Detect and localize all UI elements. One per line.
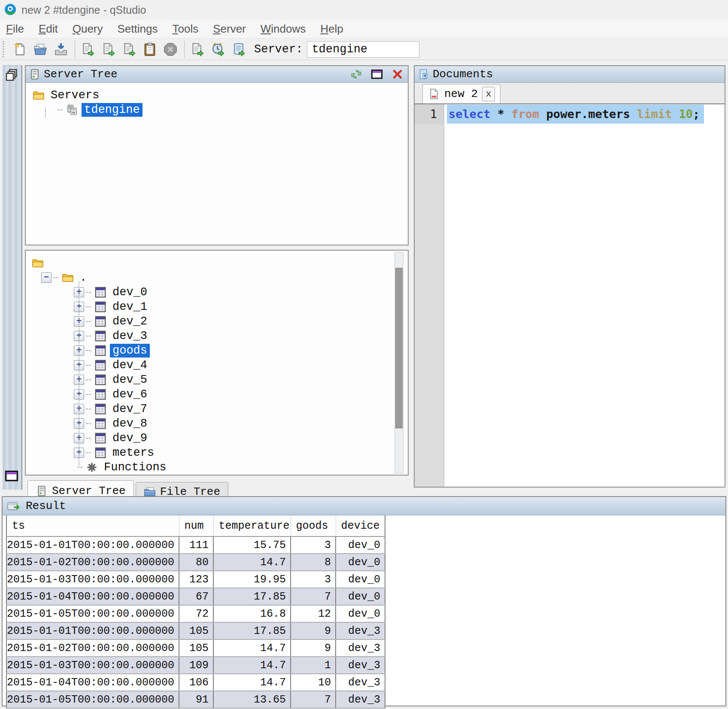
- tree-expander[interactable]: +: [74, 389, 84, 400]
- table-row[interactable]: 2015-01-02T00:00:00.00000010514.79dev_3: [6, 639, 385, 657]
- tree-node-dev-4[interactable]: +dev_4: [26, 358, 408, 373]
- table-row[interactable]: 2015-01-05T00:00:00.0000007216.812dev_0: [6, 605, 385, 622]
- cell-temperature[interactable]: 17.85: [213, 588, 291, 605]
- tree-node-functions[interactable]: Functions: [26, 460, 408, 475]
- cell-num[interactable]: 105: [179, 639, 213, 657]
- menu-item-server[interactable]: Server: [213, 22, 246, 36]
- column-header-num[interactable]: num: [179, 515, 213, 536]
- cell-num[interactable]: 111: [179, 536, 213, 554]
- cell-device[interactable]: dev_0: [336, 605, 385, 622]
- tree-expander[interactable]: +: [74, 287, 84, 297]
- tree-expander[interactable]: +: [74, 375, 84, 385]
- maximize-icon[interactable]: [371, 69, 383, 80]
- scrollbar[interactable]: [394, 252, 403, 473]
- table-row[interactable]: 2015-01-03T00:00:00.00000012319.953dev_0: [6, 571, 385, 588]
- tree-label[interactable]: goods: [110, 344, 150, 358]
- restore-window-icon[interactable]: [5, 469, 18, 483]
- tree-expander[interactable]: +: [74, 433, 84, 443]
- cell-temperature[interactable]: 17.85: [213, 622, 291, 639]
- table-row[interactable]: 2015-01-04T00:00:00.0000006717.857dev_0: [6, 588, 385, 605]
- cell-num[interactable]: 123: [179, 571, 213, 588]
- cell-temperature[interactable]: 14.7: [213, 639, 291, 657]
- cell-goods[interactable]: 1: [291, 657, 336, 674]
- cell-ts[interactable]: 2015-01-02T00:00:00.000000: [6, 639, 179, 657]
- table-row[interactable]: 2015-01-01T00:00:00.00000010517.859dev_3: [6, 622, 385, 639]
- cell-ts[interactable]: 2015-01-01T00:00:00.000000: [6, 536, 179, 554]
- table-row[interactable]: 2015-01-02T00:00:00.0000008014.78dev_0: [6, 554, 385, 571]
- cell-device[interactable]: dev_0: [336, 554, 385, 571]
- table-row[interactable]: 2015-01-05T00:00:00.0000009113.657dev_3: [6, 691, 385, 708]
- new-file-icon[interactable]: [12, 42, 27, 57]
- cell-temperature[interactable]: 15.75: [213, 536, 291, 554]
- tree-node-dev-0[interactable]: +dev_0: [26, 285, 408, 300]
- column-header-goods[interactable]: goods: [291, 515, 336, 536]
- clipboard-icon[interactable]: [142, 42, 158, 57]
- tree-expander[interactable]: +: [74, 418, 84, 429]
- cell-temperature[interactable]: 13.65: [213, 691, 291, 708]
- cell-device[interactable]: dev_3: [336, 622, 385, 639]
- cell-ts[interactable]: 2015-01-02T00:00:00.000000: [6, 554, 179, 571]
- cell-device[interactable]: dev_3: [336, 674, 385, 691]
- cell-ts[interactable]: 2015-01-05T00:00:00.000000: [6, 691, 179, 708]
- sql-editor[interactable]: 1 select * from power.meters limit 10;: [415, 103, 725, 487]
- cell-goods[interactable]: 12: [291, 605, 336, 622]
- tree-node-servers[interactable]: Servers: [26, 88, 408, 103]
- run-line-icon[interactable]: [101, 42, 116, 57]
- column-header-ts[interactable]: ts: [6, 515, 179, 536]
- cell-goods[interactable]: 3: [291, 571, 336, 588]
- cell-num[interactable]: 109: [179, 657, 213, 674]
- open-file-icon[interactable]: [33, 42, 48, 57]
- tree-expander[interactable]: +: [74, 345, 84, 356]
- cell-goods[interactable]: 7: [291, 691, 336, 708]
- send-script-icon[interactable]: [231, 42, 246, 57]
- tree-node-dev-6[interactable]: +dev_6: [26, 387, 408, 402]
- cell-goods[interactable]: 8: [291, 554, 336, 571]
- tree-expander[interactable]: −: [41, 273, 52, 283]
- cell-ts[interactable]: 2015-01-04T00:00:00.000000: [6, 674, 179, 691]
- save-icon[interactable]: [53, 42, 69, 57]
- cell-temperature[interactable]: 14.7: [213, 674, 291, 691]
- menu-item-windows[interactable]: Windows: [261, 22, 306, 36]
- toolbar-grip[interactable]: [3, 41, 6, 58]
- menu-item-tools[interactable]: Tools: [172, 22, 198, 36]
- cell-device[interactable]: dev_0: [336, 571, 385, 588]
- run-script-icon[interactable]: [190, 42, 205, 57]
- tree-node-dev-9[interactable]: +dev_9: [26, 431, 408, 445]
- cell-temperature[interactable]: 14.7: [213, 657, 291, 674]
- tree-node-dev-1[interactable]: +dev_1: [26, 300, 408, 314]
- code-area[interactable]: select * from power.meters limit 10;: [444, 104, 725, 487]
- cell-goods[interactable]: 9: [291, 639, 336, 657]
- cell-num[interactable]: 105: [179, 622, 213, 639]
- tree-expander[interactable]: +: [74, 331, 84, 341]
- tree-node-meters[interactable]: +meters: [26, 445, 408, 460]
- table-row[interactable]: 2015-01-03T00:00:00.00000010914.71dev_3: [6, 657, 385, 674]
- cell-goods[interactable]: 10: [291, 674, 336, 691]
- cell-num[interactable]: 106: [179, 674, 213, 691]
- cell-device[interactable]: dev_3: [336, 691, 385, 708]
- cell-num[interactable]: 80: [179, 554, 213, 571]
- tree-node-dev-5[interactable]: +dev_5: [26, 373, 408, 387]
- cell-device[interactable]: dev_0: [336, 588, 385, 605]
- schedule-icon[interactable]: [210, 42, 226, 57]
- tree-node-root[interactable]: [26, 256, 408, 270]
- tree-expander[interactable]: +: [74, 360, 84, 370]
- cell-goods[interactable]: 3: [291, 536, 336, 554]
- cascade-windows-icon[interactable]: [5, 68, 18, 82]
- tree-node-dev-7[interactable]: +dev_7: [26, 402, 408, 416]
- cell-temperature[interactable]: 19.95: [213, 571, 291, 588]
- stop-icon[interactable]: [163, 42, 178, 57]
- tree-expander[interactable]: +: [74, 404, 84, 414]
- menu-item-file[interactable]: File: [6, 22, 24, 36]
- tree-node--[interactable]: −.: [26, 270, 408, 285]
- cell-goods[interactable]: 9: [291, 622, 336, 639]
- cell-device[interactable]: dev_0: [336, 536, 385, 554]
- server-input[interactable]: [307, 41, 419, 58]
- tab-new-2[interactable]: new 2 x: [422, 84, 500, 103]
- menu-item-help[interactable]: Help: [320, 22, 343, 36]
- tree-node-goods[interactable]: +goods: [26, 343, 408, 358]
- menu-item-edit[interactable]: Edit: [39, 22, 58, 36]
- table-row[interactable]: 2015-01-04T00:00:00.00000010614.710dev_3: [6, 674, 385, 691]
- cell-num[interactable]: 67: [179, 588, 213, 605]
- cell-num[interactable]: 91: [179, 691, 213, 708]
- cell-temperature[interactable]: 14.7: [213, 554, 291, 571]
